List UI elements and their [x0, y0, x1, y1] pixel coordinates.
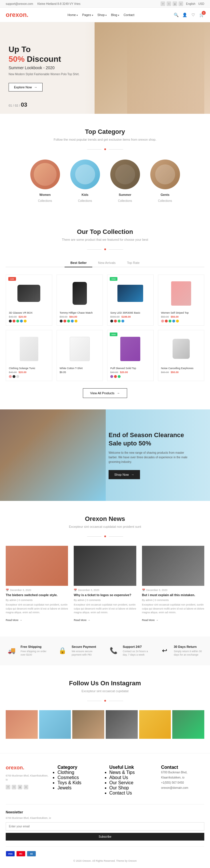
- category-kids[interactable]: Kids Collections: [69, 159, 101, 203]
- cart-icon[interactable]: 🛒 5: [199, 12, 204, 18]
- product-tv-name: Sony LED 35R300E Basic: [110, 311, 150, 314]
- twitter-icon[interactable]: t: [167, 1, 171, 6]
- feature-shipping-text: Free Shipping Free shipping on order ove…: [21, 645, 51, 657]
- tab-top-rate[interactable]: Top Rate: [121, 259, 145, 267]
- product-women-top[interactable]: Women Self Striped Top $50.00 $56.00: [158, 275, 205, 326]
- footer-contact-title: Contact: [161, 765, 204, 770]
- color-white: [16, 375, 19, 378]
- facebook-icon[interactable]: f: [161, 1, 165, 6]
- read-more-3[interactable]: Read More: [142, 619, 159, 622]
- color-red: [63, 320, 66, 322]
- instagram-item-5[interactable]: [139, 710, 171, 739]
- news-article-2[interactable]: 📅 December 3, 2020 Why is a ticket to lo…: [74, 546, 136, 622]
- language-selector[interactable]: English: [186, 2, 196, 5]
- category-women[interactable]: Women Collections: [29, 159, 61, 203]
- visa-icon: VISA: [6, 851, 15, 857]
- product-vr-box[interactable]: sale 3D Glasses VR BOX $40.00 $20.00: [6, 275, 52, 326]
- instagram-item-3[interactable]: [72, 710, 104, 739]
- product-badge-sale: sale: [8, 277, 16, 281]
- read-more-1[interactable]: Read More: [6, 619, 22, 622]
- category-gents[interactable]: Gents Collections: [149, 159, 181, 203]
- footer-link-cosmetics[interactable]: Cosmetics: [58, 775, 101, 780]
- nav-shop[interactable]: Shop: [98, 13, 107, 17]
- product-badge-new: new: [110, 277, 117, 281]
- product-watch[interactable]: Tommy Hilfiger Chase Watch $90.00 $64.00: [57, 275, 103, 326]
- product-women-top-colors: [161, 320, 202, 322]
- nav-contact[interactable]: Contact: [124, 13, 134, 17]
- shop-now-button[interactable]: Shop Now: [109, 470, 140, 479]
- color-blue: [71, 320, 74, 322]
- color-red: [165, 320, 168, 322]
- calendar-icon: 📅: [6, 589, 9, 592]
- tab-best-seller[interactable]: Best Seller: [65, 259, 92, 267]
- product-puff-top-name: Puff Sleeved Solid Top: [110, 367, 150, 370]
- amex-icon: AE: [27, 851, 36, 857]
- color-red: [114, 375, 117, 378]
- clearance-title: End of Season Clearance Sale upto 50%: [109, 431, 191, 447]
- footer-link-contact[interactable]: Contact Us: [109, 790, 152, 796]
- footer-logo: orexon.: [6, 765, 49, 771]
- nav-home[interactable]: Home: [67, 13, 78, 17]
- tab-new-arrivals[interactable]: New Arrivals: [92, 259, 121, 267]
- footer-link-about[interactable]: About Us: [109, 775, 152, 780]
- feature-support-title: Support 24/7: [123, 645, 153, 648]
- explore-button[interactable]: Explore Now: [8, 83, 42, 92]
- category-kids-image: [69, 159, 101, 190]
- color-red: [114, 320, 117, 322]
- product-tshirt[interactable]: White Cotton T-Shirt $9.05: [57, 330, 103, 381]
- nav-blog[interactable]: Blog: [111, 13, 119, 17]
- footer-link-shop[interactable]: Our Shop: [109, 785, 152, 790]
- currency-selector[interactable]: USD: [198, 2, 204, 5]
- footer-vine-icon[interactable]: v: [24, 785, 28, 789]
- google-icon[interactable]: g: [173, 1, 177, 6]
- product-puff-top[interactable]: new Puff Sleeved Solid Top $40.00 $20.00: [107, 330, 154, 381]
- wishlist-icon[interactable]: ♡: [190, 12, 196, 18]
- feature-payment-desc: We ensure secure payment with PEI: [72, 650, 102, 657]
- footer-link-service[interactable]: Our Service: [109, 780, 152, 785]
- footer-facebook-icon[interactable]: f: [6, 785, 10, 789]
- feature-support-desc: Contact us 24 hours a day, 7 days a week: [123, 650, 153, 657]
- instagram-item-2[interactable]: [39, 710, 71, 739]
- product-earphones-name: Noise Cancelling Earphones: [161, 367, 202, 370]
- news-author-2: By admin | 0 comments: [74, 599, 136, 601]
- category-summer[interactable]: Summer Collections: [109, 159, 141, 203]
- top-bar-right: f t g v English USD: [161, 1, 204, 6]
- instagram-item-4[interactable]: [106, 710, 138, 739]
- subscribe-button[interactable]: Subscribe: [6, 833, 204, 841]
- newsletter-email-input[interactable]: [6, 822, 204, 831]
- vine-icon[interactable]: v: [179, 1, 183, 6]
- instagram-item-1[interactable]: [6, 710, 38, 739]
- instagram-item-6[interactable]: [172, 710, 204, 739]
- news-article-1[interactable]: 📅 December 3, 2020 The biebers switched …: [6, 546, 68, 622]
- product-tv[interactable]: new Sony LED 35R300E Basic $900.00 $198.…: [107, 275, 154, 326]
- product-earphones[interactable]: Noise Cancelling Earphones $60.00 $50.00: [158, 330, 205, 381]
- user-icon[interactable]: 👤: [182, 12, 187, 18]
- news-article-3[interactable]: 📅 December 3, 2020 But i must explain al…: [142, 546, 204, 622]
- color-pink: [9, 375, 12, 378]
- collection-title: Our Top Collection: [6, 228, 204, 236]
- news-title-2: Why is a ticket to logos so expensive?: [74, 593, 136, 597]
- footer-bottom: VISA MC AE: [6, 846, 204, 857]
- color-blue: [121, 320, 124, 322]
- logo[interactable]: orexon.: [6, 11, 28, 19]
- payment-icons: VISA MC AE: [6, 851, 36, 857]
- footer-logo-dot: on.: [16, 765, 24, 771]
- nav-pages[interactable]: Pages: [82, 13, 93, 17]
- view-all-button[interactable]: View All Products: [83, 388, 128, 398]
- top-category-title: Top Category: [6, 128, 204, 135]
- read-more-2[interactable]: Read More: [74, 619, 90, 622]
- calendar-icon-2: 📅: [74, 589, 77, 592]
- footer-link-news[interactable]: News & Tips: [109, 770, 152, 775]
- instagram-divider-dot: [104, 700, 106, 702]
- footer-google-icon[interactable]: g: [18, 785, 22, 789]
- search-icon[interactable]: 🔍: [173, 12, 179, 18]
- payment-icon: 🔒: [57, 645, 68, 656]
- footer-link-jewels[interactable]: Jewels: [58, 785, 101, 790]
- news-title: Orexon News: [6, 515, 204, 523]
- product-tunic[interactable]: Clothing Solange Tunic $40.00 $20.00: [6, 330, 52, 381]
- footer-link-clothing[interactable]: Clothing: [58, 770, 101, 775]
- footer-link-toys[interactable]: Toys & Kids: [58, 780, 101, 785]
- footer-twitter-icon[interactable]: t: [12, 785, 16, 789]
- cart-badge: 5: [202, 11, 206, 15]
- footer-contact: Contact 6700 Buckman Blvd, Klaarrikstukk…: [161, 765, 204, 796]
